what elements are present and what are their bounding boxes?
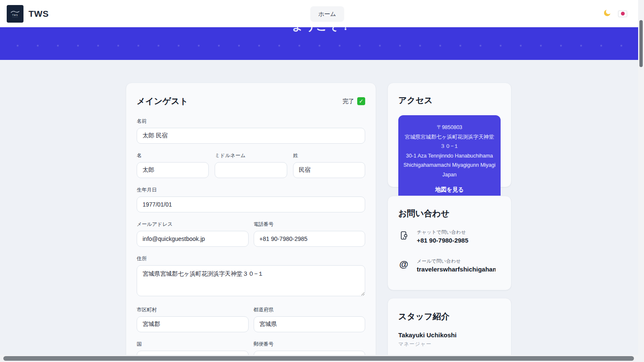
middle-name-field-group: ミドルネーム <box>215 152 287 178</box>
last-name-field-group: 姓 <box>293 152 365 178</box>
language-selector-button[interactable] <box>618 10 627 17</box>
access-address-ja: 宮城県宮城郡七ヶ浜町花渕浜字天神堂３０−１ <box>403 132 496 151</box>
address-label: 住所 <box>137 255 365 262</box>
brand-name: TWS <box>29 9 49 19</box>
status-label: 完了 <box>343 98 354 105</box>
horizontal-scrollbar-thumb[interactable] <box>3 356 634 361</box>
prefecture-input[interactable] <box>254 316 366 332</box>
middle-name-label: ミドルネーム <box>215 152 287 159</box>
access-address-en-1: 30-1 Aza Tennjinndo Hanabuchihama <box>403 151 496 161</box>
city-field-group: 市区町村 <box>137 306 249 332</box>
hero-banner: ようこそ！ <box>0 27 644 60</box>
check-icon: ✓ <box>357 97 365 105</box>
staff-member-role: マネージャー <box>398 341 501 348</box>
banner-welcome-text: ようこそ！ <box>0 27 644 34</box>
birthdate-input[interactable] <box>137 197 365 212</box>
first-name-field-group: 名 <box>137 152 209 178</box>
moon-icon <box>603 9 611 18</box>
contact-mail-row[interactable]: @ メールで問い合わせ travelerswharfshichigaham... <box>398 258 501 273</box>
contact-card: お問い合わせ チャットで問い合わせ +81 90-7980-2985 @ メール… <box>387 196 512 290</box>
full-name-input[interactable] <box>137 128 365 144</box>
first-name-input[interactable] <box>137 162 209 178</box>
brand-logo-icon: TWS <box>7 5 23 23</box>
contact-chat-row[interactable]: チャットで問い合わせ +81 90-7980-2985 <box>398 229 501 244</box>
prefecture-field-group: 都道府県 <box>254 306 366 332</box>
phone-field-group: 電話番号 <box>254 221 366 247</box>
birthdate-field-group: 生年月日 <box>137 186 365 212</box>
email-field-group: メールアドレス <box>137 221 249 247</box>
horizontal-scrollbar[interactable] <box>0 355 644 362</box>
phone-label: 電話番号 <box>254 221 366 228</box>
access-address-en-2: Shichigahamamachi Miyagigunn Miyagi <box>403 160 496 170</box>
form-title: メインゲスト <box>137 96 188 107</box>
vertical-scrollbar[interactable] <box>638 0 644 362</box>
staff-card: スタッフ紹介 Takayuki Uchikoshi マネージャー <box>387 298 512 362</box>
phone-chat-icon <box>398 229 409 240</box>
city-input[interactable] <box>137 316 249 332</box>
app-header: TWS TWS ホーム <box>0 0 644 27</box>
full-name-field-group: 名前 <box>137 118 365 144</box>
address-field-group: 住所 宮城県宮城郡七ヶ浜町花渕浜字天神堂３０−１ <box>137 255 365 298</box>
japan-flag-icon <box>618 10 627 17</box>
staff-title: スタッフ紹介 <box>398 311 501 322</box>
at-sign-icon: @ <box>398 258 409 269</box>
access-postal: 〒9850803 <box>403 123 496 132</box>
theme-toggle-button[interactable] <box>603 9 611 18</box>
view-map-link[interactable]: 地図を見る <box>435 185 464 195</box>
access-card: アクセス 〒9850803 宮城県宮城郡七ヶ浜町花渕浜字天神堂３０−１ 30-1… <box>387 83 512 187</box>
main-guest-form-card: メインゲスト 完了 ✓ 名前 名 ミドルネーム 姓 生年月日 メールアドレス <box>126 83 376 362</box>
contact-chat-label: チャットで問い合わせ <box>417 229 468 235</box>
completion-status: 完了 ✓ <box>343 97 365 105</box>
last-name-input[interactable] <box>293 162 365 178</box>
staff-member-name: Takayuki Uchikoshi <box>398 331 501 339</box>
contact-chat-value: +81 90-7980-2985 <box>417 237 468 244</box>
contact-mail-value: travelerswharfshichigaham... <box>417 266 496 273</box>
last-name-label: 姓 <box>293 152 365 159</box>
postal-code-label: 郵便番号 <box>254 341 366 348</box>
access-title: アクセス <box>398 95 501 106</box>
svg-text:TWS: TWS <box>12 14 18 16</box>
prefecture-label: 都道府県 <box>254 306 366 313</box>
phone-input[interactable] <box>254 231 366 247</box>
access-address-en-3: Japan <box>403 170 496 180</box>
contact-title: お問い合わせ <box>398 208 501 219</box>
first-name-label: 名 <box>137 152 209 159</box>
email-label: メールアドレス <box>137 221 249 228</box>
country-label: 国 <box>137 341 249 348</box>
city-label: 市区町村 <box>137 306 249 313</box>
address-textarea[interactable]: 宮城県宮城郡七ヶ浜町花渕浜字天神堂３０−１ <box>137 265 365 296</box>
birthdate-label: 生年月日 <box>137 186 365 194</box>
brand[interactable]: TWS TWS <box>7 5 49 23</box>
full-name-label: 名前 <box>137 118 365 125</box>
contact-mail-label: メールで問い合わせ <box>417 258 496 264</box>
vertical-scrollbar-thumb[interactable] <box>639 20 643 67</box>
email-input[interactable] <box>137 231 249 247</box>
middle-name-input[interactable] <box>215 162 287 178</box>
nav-home-button[interactable]: ホーム <box>310 6 344 22</box>
access-address-box: 〒9850803 宮城県宮城郡七ヶ浜町花渕浜字天神堂３０−１ 30-1 Aza … <box>398 115 501 203</box>
